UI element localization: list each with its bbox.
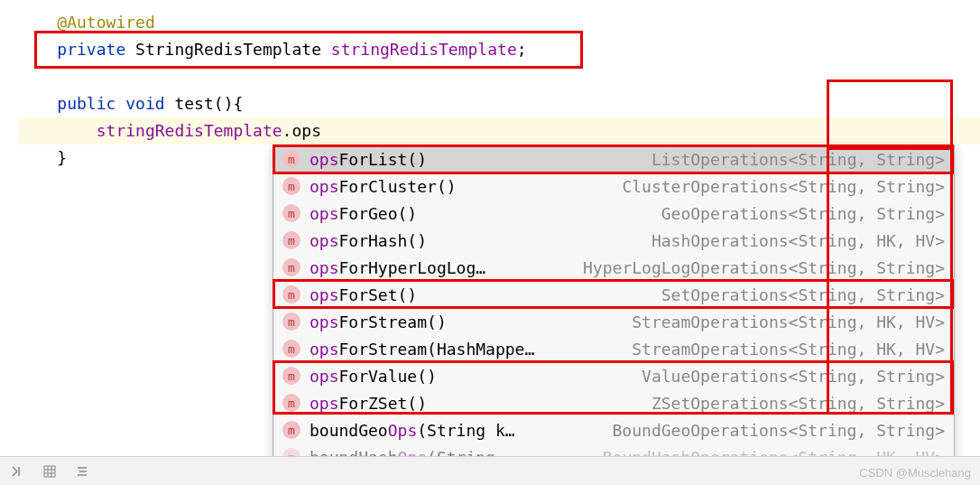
- code-line-4: public void test(){: [18, 90, 980, 117]
- method-icon: m: [282, 150, 300, 168]
- bottom-toolbar: [0, 456, 980, 485]
- code-line-5-current: stringRedisTemplate.ops: [18, 117, 980, 145]
- autocomplete-item[interactable]: mopsForList()ListOperations<String, Stri…: [273, 145, 954, 173]
- method-icon: m: [282, 204, 300, 222]
- collapse-icon[interactable]: [9, 463, 25, 480]
- autocomplete-method-name: opsForHyperLogLog…: [310, 258, 485, 277]
- autocomplete-item[interactable]: mopsForStream(HashMappe…StreamOperations…: [273, 335, 954, 362]
- autocomplete-method-name: opsForCluster(): [310, 177, 457, 196]
- autocomplete-return-type: GeoOperations<String, String>: [417, 204, 945, 223]
- method-icon: m: [282, 177, 300, 195]
- autocomplete-popup[interactable]: mopsForList()ListOperations<String, Stri…: [273, 145, 955, 485]
- watermark: CSDN @Musclehang: [859, 466, 971, 480]
- autocomplete-method-name: opsForZSet(): [310, 394, 427, 413]
- autocomplete-item[interactable]: mopsForSet()SetOperations<String, String…: [273, 281, 954, 308]
- autocomplete-item[interactable]: mopsForZSet()ZSetOperations<String, Stri…: [273, 389, 954, 416]
- autocomplete-item[interactable]: mopsForStream()StreamOperations<String, …: [273, 308, 954, 335]
- autocomplete-item[interactable]: mopsForCluster()ClusterOperations<String…: [273, 173, 954, 200]
- autocomplete-method-name: opsForSet(): [310, 285, 417, 304]
- method-icon: m: [282, 231, 300, 249]
- list-icon[interactable]: [74, 463, 90, 480]
- code-line-1: @Autowired: [18, 9, 980, 36]
- autocomplete-method-name: opsForGeo(): [310, 204, 417, 223]
- annotation: @Autowired: [57, 13, 154, 32]
- method-icon: m: [282, 312, 300, 331]
- code-line-3: [18, 63, 980, 90]
- autocomplete-return-type: BoundGeoOperations<String, String>: [515, 421, 945, 440]
- autocomplete-item[interactable]: mopsForHyperLogLog…HyperLogLogOperations…: [273, 254, 954, 281]
- autocomplete-method-name: opsForList(): [310, 150, 427, 169]
- autocomplete-item[interactable]: mopsForGeo()GeoOperations<String, String…: [273, 200, 954, 227]
- autocomplete-item[interactable]: mopsForValue()ValueOperations<String, St…: [273, 362, 954, 389]
- autocomplete-return-type: ZSetOperations<String, String>: [427, 394, 945, 413]
- method-icon: m: [282, 340, 300, 358]
- autocomplete-return-type: ListOperations<String, String>: [427, 150, 945, 169]
- autocomplete-method-name: boundGeoOps(String k…: [310, 421, 515, 440]
- autocomplete-item[interactable]: mopsForHash()HashOperations<String, HK, …: [273, 227, 954, 254]
- autocomplete-method-name: opsForHash(): [310, 231, 427, 250]
- method-icon: m: [282, 367, 300, 385]
- autocomplete-method-name: opsForValue(): [310, 367, 437, 386]
- method-icon: m: [282, 421, 300, 439]
- autocomplete-return-type: StreamOperations<String, HK, HV>: [534, 340, 945, 359]
- svg-rect-0: [44, 466, 55, 477]
- autocomplete-method-name: opsForStream(): [310, 312, 447, 331]
- autocomplete-return-type: ValueOperations<String, String>: [437, 367, 945, 386]
- autocomplete-return-type: HyperLogLogOperations<String, String>: [485, 258, 945, 277]
- autocomplete-return-type: StreamOperations<String, HK, HV>: [447, 312, 945, 331]
- autocomplete-return-type: ClusterOperations<String, String>: [457, 177, 945, 196]
- method-icon: m: [282, 258, 300, 276]
- autocomplete-item[interactable]: mboundGeoOps(String k…BoundGeoOperations…: [273, 416, 954, 443]
- method-icon: m: [282, 285, 300, 303]
- autocomplete-return-type: SetOperations<String, String>: [417, 285, 945, 304]
- grid-icon[interactable]: [42, 463, 58, 480]
- method-icon: m: [282, 394, 300, 412]
- autocomplete-method-name: opsForStream(HashMappe…: [310, 340, 534, 359]
- code-line-2: private StringRedisTemplate stringRedisT…: [18, 36, 980, 63]
- autocomplete-return-type: HashOperations<String, HK, HV>: [427, 231, 945, 250]
